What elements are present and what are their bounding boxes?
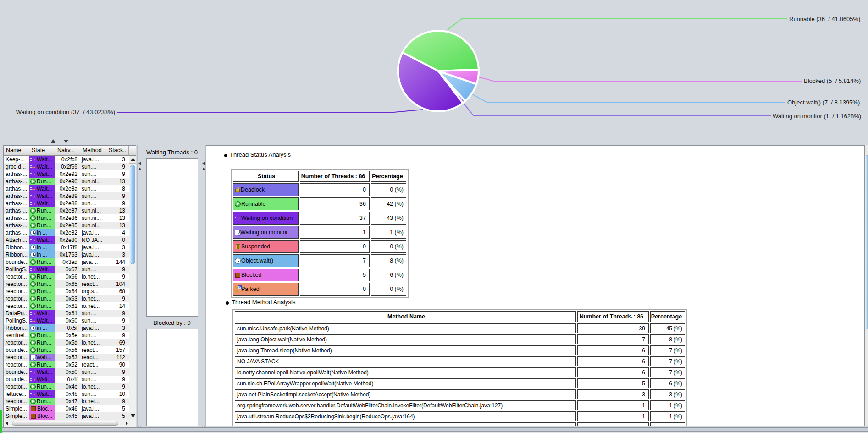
waiting-threads-list[interactable]	[146, 158, 198, 317]
status-label-cell: Runnable	[233, 197, 299, 210]
blocked-by-list[interactable]	[146, 329, 198, 426]
method-percentage-cell	[650, 422, 685, 426]
thread-state-label: Run...	[37, 178, 51, 185]
vertical-scrollbar-thumb[interactable]	[130, 165, 135, 264]
table-row[interactable]: reactor...Run...0x65react...104	[4, 280, 129, 288]
thread-state-cell: Wait...	[29, 200, 55, 207]
thread-method-cell: io.net...	[80, 339, 106, 346]
thread-stack-depth-cell: 9	[106, 383, 129, 390]
column-header-state[interactable]: State	[29, 146, 55, 156]
splitter-collapse-down-button[interactable]	[64, 140, 68, 143]
column-header-name[interactable]: Name	[4, 146, 29, 156]
status-percentage-cell: 6 (%)	[371, 269, 406, 281]
scroll-down-button[interactable]	[129, 412, 136, 420]
status-percentage-cell: 0 (%)	[371, 183, 406, 196]
waiting-arrow-icon	[30, 201, 36, 206]
status-count-cell: 1	[300, 226, 370, 239]
waiting-arrow-icon	[30, 311, 36, 316]
thread-stack-depth-cell: 9	[106, 398, 129, 405]
table-row[interactable]: reactor...Run...0x63io.net...9	[4, 295, 129, 302]
table-row[interactable]: arthas-...Run...0x2e87sun.ni...13	[4, 207, 129, 214]
splitter-collapse-left-button[interactable]	[202, 162, 205, 165]
table-row[interactable]: Simple...Bloc...0x45java.l...5	[4, 412, 129, 420]
table-row[interactable]: Simple...Bloc...0x46java.l...5	[4, 405, 129, 412]
table-row[interactable]: bounde...Wait...0x4fsun....9	[4, 376, 129, 383]
table-row[interactable]: reactor...Run...0x5dio.net...69	[4, 339, 129, 346]
method-count-cell: 6	[577, 367, 649, 377]
table-row[interactable]: bounde...Run...0x56react...157	[4, 346, 129, 354]
table-row[interactable]: PollingS...Wait...0x60sun....9	[4, 317, 129, 324]
table-row[interactable]: arthas-...in ...0x2e82java.l...4	[4, 229, 129, 236]
thread-table-vertical-scrollbar[interactable]	[129, 156, 136, 420]
analysis-scrollbar-thumb[interactable]	[866, 155, 868, 329]
table-row[interactable]: lettuce...Wait...0x4bsun....10	[4, 390, 129, 398]
table-row[interactable]: reactor...Run...0x52react...90	[4, 361, 129, 368]
column-header-native[interactable]: Nativ...	[55, 146, 80, 156]
column-header-stack[interactable]: Stack...	[106, 146, 129, 156]
table-row[interactable]: arthas-...Run...0x2e85sun.ni...13	[4, 222, 129, 229]
splitter-collapse-left-button[interactable]	[138, 162, 141, 165]
method-name-header-cell: Method Name	[235, 311, 576, 322]
pie-leader-line	[448, 19, 787, 30]
splitter-collapse-right-button[interactable]	[139, 167, 141, 171]
thread-stack-depth-cell: 9	[106, 273, 129, 280]
table-row[interactable]: bounde...Run...0x3adjava....144	[4, 258, 129, 266]
play-icon	[30, 223, 36, 228]
table-row[interactable]: PollingS...Wait...0x67sun....9	[4, 266, 129, 273]
pie-leader-line	[117, 110, 423, 112]
bottom-splitter-bar[interactable]	[0, 427, 868, 433]
table-row[interactable]: arthas-...Wait...0x2e89sun....9	[4, 192, 129, 200]
pause-icon	[235, 244, 241, 250]
table-row[interactable]: sentinel...Run...0x5esun....9	[4, 332, 129, 339]
table-row[interactable]: reactor...Run...0x47io.net...9	[4, 398, 129, 405]
thread-method-cell: sun....	[80, 163, 106, 170]
thread-native-id-cell: 0x5d	[55, 339, 80, 346]
splitter-collapse-up-button[interactable]	[51, 139, 55, 143]
table-row[interactable]: Ribbon...in ...0x5fjava.l...3	[4, 324, 129, 332]
table-row[interactable]: reactor...Run...0x66io.net...9	[4, 273, 129, 280]
status-analysis-title: Thread Status Analysis	[230, 151, 291, 158]
method-percentage-cell: 6 (%)	[650, 378, 685, 388]
table-row[interactable]: Ribbon...in ...0x1763java.l...3	[4, 251, 129, 258]
table-row[interactable]: arthas-...Wait...0x2e8asun....8	[4, 185, 129, 192]
thread-method-cell: java.l...	[80, 244, 106, 251]
splitter-bar-left[interactable]	[137, 145, 142, 427]
method-percentage-cell: 7 (%)	[650, 367, 685, 377]
thread-method-cell: sun.ni...	[80, 214, 106, 222]
horizontal-scrollbar-thumb[interactable]	[12, 421, 118, 426]
clock-icon	[30, 325, 36, 331]
thread-state-label: Wait...	[37, 266, 52, 273]
thread-table-horizontal-scrollbar[interactable]	[4, 420, 136, 427]
thread-native-id-cell: 0x65	[55, 280, 80, 288]
table-row[interactable]: arthas-...Wait...0x2e88sun....9	[4, 200, 129, 207]
analysis-panel-scrollbar[interactable]	[865, 145, 868, 426]
thread-native-id-cell: 0x1763	[55, 251, 80, 258]
scroll-right-button[interactable]	[124, 421, 131, 426]
table-row[interactable]: Keep-...Wait...0x2fc8java.l...3	[4, 156, 129, 163]
table-row[interactable]: arthas-...Run...0x2e86sun.ni...13	[4, 214, 129, 222]
thread-stack-depth-cell: 9	[106, 266, 129, 273]
thread-name-cell: arthas-...	[4, 192, 29, 200]
table-row[interactable]: DataPu...Wait...0x61sun....9	[4, 310, 129, 317]
thread-state-label: Run...	[37, 280, 51, 288]
table-row[interactable]: arthas-...Wait...0x2e92sun....9	[4, 170, 129, 178]
method-row: java.lang.Object.wait(Native Method)78 (…	[235, 334, 685, 344]
play-icon	[30, 259, 36, 265]
table-row[interactable]: Ribbon...in ...0x17f8java.l...3	[4, 244, 129, 251]
splitter-collapse-right-button[interactable]	[203, 167, 205, 171]
pie-label-object-wait: Object.wait() (7 / 8.1395%)	[787, 99, 860, 106]
scroll-left-button[interactable]	[4, 421, 11, 426]
table-row[interactable]: reactor...Run...0x4eio.net...9	[4, 383, 129, 390]
splitter-bar-right[interactable]	[201, 145, 206, 427]
table-row[interactable]: reactor...Run...0x64org.s...68	[4, 288, 129, 295]
scroll-up-button[interactable]	[129, 156, 136, 164]
table-row[interactable]: Attach ...Wait...0x2e80NO JA...0	[4, 236, 129, 244]
status-row: Waiting on monitor11 (%)	[233, 226, 406, 239]
table-row[interactable]: grpc-d...Wait...0x2f69sun....9	[4, 163, 129, 170]
column-header-method[interactable]: Method	[80, 146, 106, 156]
table-row[interactable]: reactor...Run...0x62io.net...14	[4, 302, 129, 310]
thread-native-id-cell: 0x60	[55, 317, 80, 324]
table-row[interactable]: reactor...Wait...0x53react...112	[4, 354, 129, 361]
table-row[interactable]: bounde...Wait...0x50sun....9	[4, 368, 129, 376]
table-row[interactable]: arthas-...Run...0x2e90sun.ni...13	[4, 178, 129, 185]
